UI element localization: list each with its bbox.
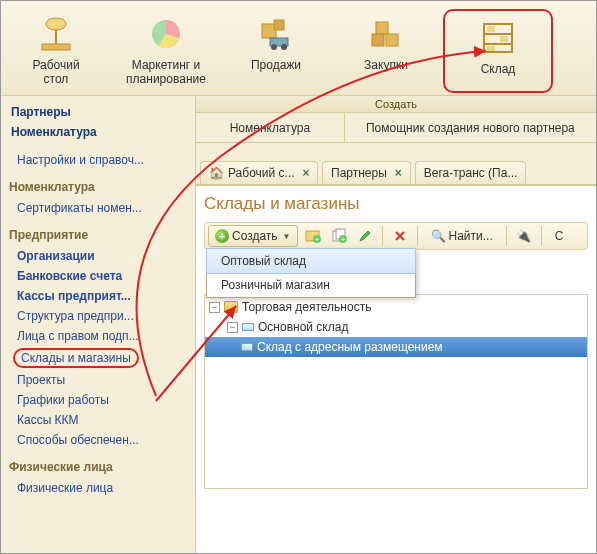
edit-button[interactable] bbox=[354, 225, 376, 247]
separator bbox=[506, 226, 507, 246]
plus-icon: + bbox=[215, 229, 229, 243]
new-folder-button[interactable]: + bbox=[302, 225, 324, 247]
page-toolbar: + Создать ▼ + + 🔍 bbox=[204, 222, 588, 250]
svg-rect-16 bbox=[487, 46, 495, 51]
svg-rect-14 bbox=[487, 26, 495, 32]
sidebar-orgs[interactable]: Организации bbox=[5, 246, 191, 266]
sidebar-nomenklatura[interactable]: Номенклатура bbox=[5, 122, 191, 142]
boxes-truck-icon bbox=[256, 11, 296, 56]
copy-button[interactable]: + bbox=[328, 225, 350, 247]
sidebar: Партнеры Номенклатура Настройки и справо… bbox=[1, 96, 196, 553]
svg-point-1 bbox=[46, 18, 66, 30]
search-icon: 🔍 bbox=[431, 229, 446, 243]
sidebar-kkm[interactable]: Кассы ККМ bbox=[5, 410, 191, 430]
find-button[interactable]: 🔍 Найти... bbox=[424, 225, 500, 247]
chevron-down-icon: ▼ bbox=[283, 232, 291, 241]
tree-root[interactable]: − Торговая деятельность bbox=[205, 297, 587, 317]
plug-icon: 🔌 bbox=[516, 229, 531, 243]
delete-button[interactable] bbox=[389, 225, 411, 247]
nav-marketing[interactable]: Маркетинг и планирование bbox=[111, 7, 221, 95]
folder-icon bbox=[224, 301, 238, 313]
nav-label: Маркетинг и планирование bbox=[126, 58, 206, 86]
sidebar-settings[interactable]: Настройки и справоч... bbox=[5, 150, 191, 170]
pie-chart-icon bbox=[146, 11, 186, 56]
sidebar-signers[interactable]: Лица с правом подп... bbox=[5, 326, 191, 346]
create-partner-wizard[interactable]: Помощник создания нового партнера bbox=[345, 113, 596, 142]
home-icon: 🏠 bbox=[209, 166, 224, 180]
expand-icon[interactable]: − bbox=[209, 302, 220, 313]
separator bbox=[541, 226, 542, 246]
svg-rect-15 bbox=[500, 36, 508, 42]
page-title: Склады и магазины bbox=[204, 194, 588, 214]
nav-desktop[interactable]: Рабочий стол bbox=[1, 7, 111, 95]
shelves-icon bbox=[478, 15, 518, 60]
svg-rect-9 bbox=[372, 34, 384, 46]
sidebar-projects[interactable]: Проекты bbox=[5, 370, 191, 390]
tab-desktop[interactable]: 🏠 Рабочий с... × bbox=[200, 161, 318, 184]
sidebar-schedule[interactable]: Графики работы bbox=[5, 390, 191, 410]
sidebar-partners[interactable]: Партнеры bbox=[5, 102, 191, 122]
dd-wholesale[interactable]: Оптовый склад bbox=[206, 248, 416, 274]
svg-point-7 bbox=[281, 44, 287, 50]
create-button[interactable]: + Создать ▼ bbox=[208, 225, 298, 247]
node-icon bbox=[242, 323, 254, 331]
nav-label: Склад bbox=[481, 62, 516, 76]
create-nomenklatura[interactable]: Номенклатура bbox=[196, 113, 345, 142]
nav-label: Закупки bbox=[364, 58, 408, 72]
svg-point-6 bbox=[271, 44, 277, 50]
tab-vega[interactable]: Вега-транс (Па... bbox=[415, 161, 527, 184]
close-icon[interactable]: × bbox=[395, 166, 402, 180]
boxes-icon bbox=[366, 11, 406, 56]
group-enterprise: Предприятие bbox=[5, 228, 191, 242]
dd-retail[interactable]: Розничный магазин bbox=[207, 273, 415, 297]
page-body: Склады и магазины + Создать ▼ + + bbox=[196, 185, 596, 553]
nav-label: Продажи bbox=[251, 58, 301, 72]
close-icon[interactable]: × bbox=[303, 166, 310, 180]
tabstrip: 🏠 Рабочий с... × Партнеры × Вега-транс (… bbox=[196, 155, 596, 185]
create-header: Создать bbox=[196, 96, 596, 113]
node-icon bbox=[241, 343, 253, 351]
tree-child2[interactable]: Склад с адресным размещением bbox=[205, 337, 587, 357]
sidebar-physical[interactable]: Физические лица bbox=[5, 478, 191, 498]
separator bbox=[382, 226, 383, 246]
sidebar-bank[interactable]: Банковские счета bbox=[5, 266, 191, 286]
svg-rect-10 bbox=[386, 34, 398, 46]
svg-rect-8 bbox=[376, 22, 388, 34]
plugin-button[interactable]: 🔌 bbox=[513, 225, 535, 247]
main-area: Создать Номенклатура Помощник создания н… bbox=[196, 96, 596, 553]
tab-partners[interactable]: Партнеры × bbox=[322, 161, 411, 184]
separator bbox=[417, 226, 418, 246]
svg-rect-4 bbox=[274, 20, 284, 30]
svg-rect-0 bbox=[42, 44, 70, 50]
nav-sales[interactable]: Продажи bbox=[221, 7, 331, 95]
sidebar-supply[interactable]: Способы обеспечен... bbox=[5, 430, 191, 450]
create-dropdown: Оптовый склад Розничный магазин bbox=[206, 248, 416, 298]
nav-label: Рабочий стол bbox=[32, 58, 79, 86]
nav-warehouse[interactable]: Склад bbox=[443, 9, 553, 93]
sidebar-warehouses[interactable]: Склады и магазины bbox=[13, 348, 139, 368]
sidebar-kassy[interactable]: Кассы предприят... bbox=[5, 286, 191, 306]
desk-lamp-icon bbox=[36, 11, 76, 56]
svg-text:+: + bbox=[314, 235, 319, 243]
nav-purchases[interactable]: Закупки bbox=[331, 7, 441, 95]
svg-text:+: + bbox=[340, 235, 345, 244]
sidebar-structure[interactable]: Структура предпри... bbox=[5, 306, 191, 326]
group-physical: Физические лица bbox=[5, 460, 191, 474]
main-toolbar: Рабочий стол Маркетинг и планирование Пр… bbox=[1, 1, 596, 96]
tree-child1[interactable]: − Основной склад bbox=[205, 317, 587, 337]
group-nomenklatura: Номенклатура bbox=[5, 180, 191, 194]
c-button[interactable]: С bbox=[548, 225, 571, 247]
sidebar-certificates[interactable]: Сертификаты номен... bbox=[5, 198, 191, 218]
expand-icon[interactable]: − bbox=[227, 322, 238, 333]
tree-view: − Торговая деятельность − Основной склад… bbox=[204, 294, 588, 489]
